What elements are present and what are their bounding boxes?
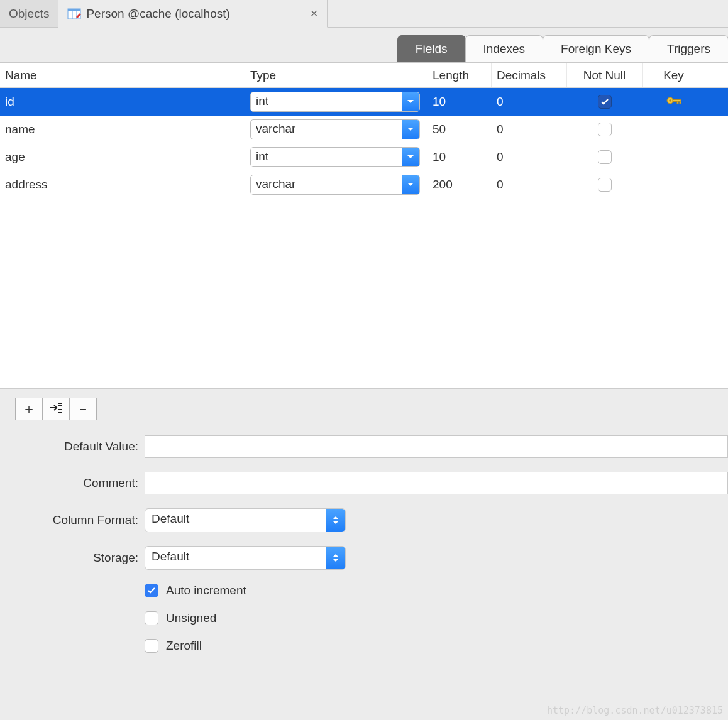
table-row[interactable]: name varchar 50 0 [0, 116, 728, 143]
unsigned-checkbox[interactable] [145, 611, 158, 625]
sub-tab-triggers[interactable]: Triggers [649, 35, 728, 62]
table-row[interactable]: address varchar 200 0 [0, 171, 728, 199]
fields-grid[interactable]: id int 10 0 [0, 88, 728, 388]
delete-row-button[interactable]: － [69, 398, 97, 420]
tab-person-cache[interactable]: Person @cache (localhost) × [58, 0, 327, 28]
chevron-down-icon [402, 148, 419, 166]
column-format-label: Column Format: [0, 513, 145, 527]
window-tab-strip: Objects Person @cache (localhost) × [0, 0, 728, 28]
field-length-cell[interactable]: 50 [433, 123, 446, 136]
designer-sub-tabs: Fields Indexes Foreign Keys Triggers [0, 28, 728, 63]
field-name-cell[interactable]: age [5, 150, 25, 164]
sub-tab-indexes[interactable]: Indexes [465, 35, 544, 62]
sub-tab-fields-label: Fields [416, 42, 448, 55]
comment-input[interactable] [145, 472, 728, 494]
tab-objects[interactable]: Objects [0, 0, 58, 27]
not-null-checkbox[interactable] [598, 95, 612, 109]
svg-rect-8 [680, 101, 681, 104]
field-decimals-cell[interactable]: 0 [497, 178, 504, 192]
field-decimals-cell[interactable]: 0 [497, 95, 504, 109]
field-type-select[interactable]: varchar [250, 119, 420, 139]
sub-tab-indexes-label: Indexes [483, 42, 526, 55]
not-null-checkbox[interactable] [598, 150, 612, 164]
chevron-down-icon [402, 120, 419, 139]
watermark-text: http://blog.csdn.net/u012373815 [547, 705, 723, 716]
header-name[interactable]: Name [0, 63, 245, 87]
svg-rect-1 [68, 9, 80, 11]
column-format-select[interactable]: Default [145, 508, 346, 532]
field-detail-panel: ＋ － Default Value: Comment: Column Forma [0, 388, 728, 653]
chevron-down-icon [402, 175, 419, 194]
tab-objects-label: Objects [9, 7, 49, 21]
primary-key-icon[interactable] [666, 94, 682, 110]
storage-select[interactable]: Default [145, 546, 346, 570]
header-key[interactable]: Key [643, 63, 705, 87]
minus-icon: － [76, 400, 90, 418]
field-type-select[interactable]: int [250, 147, 420, 167]
field-type-select[interactable]: varchar [250, 175, 420, 195]
close-icon[interactable]: × [311, 6, 318, 21]
plus-icon: ＋ [22, 400, 36, 418]
field-name-cell[interactable]: address [5, 178, 48, 192]
table-row[interactable]: id int 10 0 [0, 88, 728, 116]
field-decimals-cell[interactable]: 0 [497, 150, 504, 164]
auto-increment-checkbox[interactable] [145, 584, 158, 597]
sub-tab-foreign-keys[interactable]: Foreign Keys [543, 35, 649, 62]
row-action-buttons: ＋ － [15, 398, 728, 420]
header-type[interactable]: Type [245, 63, 427, 87]
add-row-button[interactable]: ＋ [15, 398, 43, 420]
field-length-cell[interactable]: 10 [433, 95, 446, 109]
updown-icon [326, 509, 345, 532]
field-name-cell[interactable]: id [5, 95, 14, 109]
svg-point-5 [669, 99, 671, 102]
sub-tab-fields[interactable]: Fields [397, 35, 466, 62]
storage-label: Storage: [0, 551, 145, 565]
sub-tab-triggers-label: Triggers [667, 42, 710, 55]
fields-column-headers: Name Type Length Decimals Not Null Key [0, 63, 728, 88]
zerofill-checkbox[interactable] [145, 639, 158, 653]
not-null-checkbox[interactable] [598, 123, 612, 136]
field-name-cell[interactable]: name [5, 123, 35, 136]
field-length-cell[interactable]: 200 [433, 178, 453, 192]
default-value-input[interactable] [145, 435, 728, 458]
table-design-icon [67, 7, 81, 21]
unsigned-label: Unsigned [166, 611, 216, 625]
tab-active-label: Person @cache (localhost) [86, 7, 229, 21]
header-length[interactable]: Length [427, 63, 492, 87]
chevron-down-icon [402, 92, 419, 111]
header-not-null[interactable]: Not Null [567, 63, 643, 87]
default-value-label: Default Value: [0, 440, 145, 454]
field-length-cell[interactable]: 10 [433, 150, 446, 164]
field-decimals-cell[interactable]: 0 [497, 123, 504, 136]
updown-icon [326, 547, 345, 569]
sub-tab-fk-label: Foreign Keys [561, 42, 631, 55]
header-decimals[interactable]: Decimals [492, 63, 567, 87]
field-type-select[interactable]: int [250, 92, 420, 112]
insert-icon [49, 401, 63, 417]
comment-label: Comment: [0, 476, 145, 490]
table-row[interactable]: age int 10 0 [0, 143, 728, 171]
svg-rect-7 [677, 101, 678, 104]
auto-increment-label: Auto increment [166, 584, 246, 597]
zerofill-label: Zerofill [166, 639, 202, 653]
not-null-checkbox[interactable] [598, 178, 612, 192]
insert-row-button[interactable] [42, 398, 70, 420]
